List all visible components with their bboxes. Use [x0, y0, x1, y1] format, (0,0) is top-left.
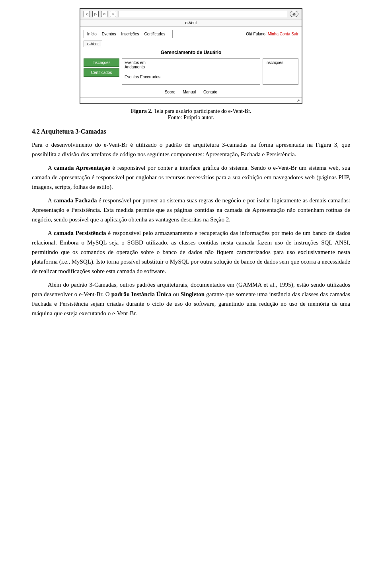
paragraph-5: Além do padrão 3-Camadas, outros padrões… — [32, 280, 350, 318]
section-4-2: 4.2 Arquitetura 3-Camadas Para o desenvo… — [32, 128, 350, 318]
footer-manual[interactable]: Manual — [183, 90, 196, 94]
figure-caption-line1: Figura 2. Tela para usuário participante… — [131, 108, 251, 114]
top-content-area: Inscrições Certificados Eventos emAndame… — [84, 58, 298, 85]
bold-padrao: padrão Instância Única — [111, 291, 172, 297]
bold-persistencia: camada Persistência — [54, 230, 106, 236]
browser-corner: ↗ — [80, 97, 302, 103]
nav-inscricoes[interactable]: Inscrições — [121, 32, 139, 36]
minha-conta-link[interactable]: Minha Conta — [268, 32, 290, 36]
eventos-encerrados-box: Eventos Encerrados — [122, 73, 260, 85]
footer-sobre[interactable]: Sobre — [165, 90, 175, 94]
bold-fachada: camada Fachada — [53, 197, 97, 204]
site-greeting: Olá Fulano! Minha Conta Sair — [246, 32, 298, 36]
forward-button[interactable] — [92, 11, 99, 17]
inscricoes-right-box: Inscrições — [263, 58, 298, 85]
site-footer: Sobre Manual Contato — [84, 88, 298, 94]
site-header: Início Eventos Inscrições Certificados O… — [84, 30, 298, 38]
figure-caption-line2: Fonte: Próprio autor. — [131, 114, 251, 121]
nav-eventos[interactable]: Eventos — [102, 32, 116, 36]
address-bar[interactable] — [119, 11, 287, 17]
inscricoes-menu-btn[interactable]: Inscrições — [84, 58, 119, 67]
bold-singleton: Singleton — [181, 291, 205, 297]
paragraph-4: A camada Persistência é responsável pelo… — [32, 228, 350, 276]
center-area: Eventos emAndamento Eventos Encerrados — [122, 58, 260, 85]
site-nav: Início Eventos Inscrições Certificados — [84, 30, 173, 38]
site-content: Início Eventos Inscrições Certificados O… — [80, 27, 302, 97]
page-heading: Gerenciamento de Usuário — [84, 50, 298, 55]
paragraph-3: A camada Fachada é responsável por prove… — [32, 196, 350, 224]
figure-2: @ e-Vent Início Eventos Inscrições Certi… — [32, 8, 350, 121]
eventos-andamento-box: Eventos emAndamento — [122, 58, 260, 71]
nav-certificados[interactable]: Certificados — [144, 32, 165, 36]
close-button[interactable] — [101, 11, 107, 17]
greeting-text: Olá Fulano! — [246, 32, 267, 36]
footer-contato[interactable]: Contato — [203, 90, 217, 94]
browser-mockup: @ e-Vent Início Eventos Inscrições Certi… — [80, 8, 302, 104]
home-button[interactable] — [110, 11, 116, 17]
bold-apresentacao: camada Apresentação — [54, 165, 110, 171]
browser-toolbar: @ — [80, 9, 302, 19]
nav-inicio[interactable]: Início — [87, 32, 97, 36]
breadcrumb-area: e-Vent — [84, 41, 298, 47]
section-heading: 4.2 Arquitetura 3-Camadas — [32, 128, 350, 135]
go-button[interactable]: @ — [290, 11, 298, 17]
browser-title: e-Vent — [80, 19, 302, 27]
certificados-menu-btn[interactable]: Certificados — [84, 68, 119, 77]
left-menu: Inscrições Certificados — [84, 58, 119, 85]
breadcrumb-badge: e-Vent — [84, 41, 102, 47]
back-button[interactable] — [84, 11, 90, 17]
paragraph-1: Para o desenvolvimento do e-Vent-Br é ut… — [32, 140, 350, 159]
figure-caption: Figura 2. Tela para usuário participante… — [131, 108, 251, 121]
paragraph-2: A camada Apresentação é responsável por … — [32, 163, 350, 192]
sair-link[interactable]: Sair — [291, 32, 298, 36]
